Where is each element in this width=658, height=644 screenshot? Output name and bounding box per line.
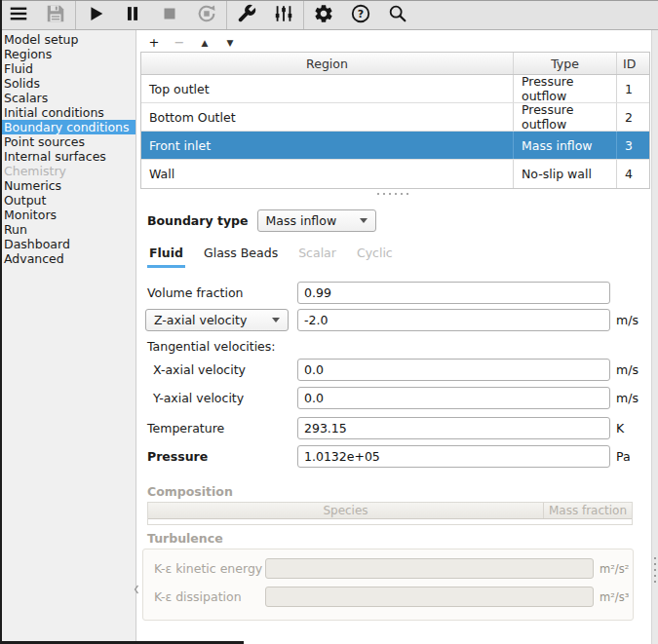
sidebar-item-internal-surfaces[interactable]: Internal surfaces xyxy=(0,149,135,164)
sidebar-item-dashboard[interactable]: Dashboard xyxy=(0,237,135,251)
composition-table: Species Mass fraction xyxy=(147,502,633,525)
column-header-mass-fraction: Mass fraction xyxy=(543,503,632,518)
ke-dissipation-input xyxy=(265,587,594,607)
gear-icon xyxy=(313,3,334,27)
boundary-type-label: Boundary type xyxy=(147,213,249,228)
move-region-down-button[interactable]: ▼ xyxy=(220,34,240,52)
column-header-region: Region xyxy=(141,57,513,71)
temperature-row: Temperature K xyxy=(136,417,650,439)
reset-icon xyxy=(196,3,217,27)
horizontal-splitter-handle[interactable] xyxy=(377,193,410,195)
sidebar-item-numerics[interactable]: Numerics xyxy=(0,178,135,193)
sidebar-item-fluid[interactable]: Fluid xyxy=(0,61,135,76)
y-velocity-input[interactable] xyxy=(297,387,610,409)
boundary-type-value: Mass inflow xyxy=(266,213,337,228)
stop-button xyxy=(151,1,188,29)
sidebar-item-output[interactable]: Output xyxy=(0,193,135,208)
add-region-button[interactable]: + xyxy=(144,34,164,52)
sidebar-item-point-sources[interactable]: Point sources xyxy=(0,134,135,149)
x-velocity-row: X-axial velocity m/s xyxy=(136,359,650,381)
sidebar-item-advanced[interactable]: Advanced xyxy=(0,251,135,266)
chevron-down-icon xyxy=(272,318,280,322)
sidebar-item-run[interactable]: Run xyxy=(0,222,135,237)
turbulence-group: K-ε kinetic energy m²/s² K-ε dissipation… xyxy=(142,549,634,621)
cell-type: Mass inflow xyxy=(513,132,616,159)
move-region-up-button[interactable]: ▲ xyxy=(195,34,214,52)
run-button[interactable] xyxy=(77,1,114,29)
help-icon: ? xyxy=(350,3,371,27)
ke-dissipation-label: K-ε dissipation xyxy=(154,587,242,608)
help-button[interactable]: ? xyxy=(342,1,379,29)
sidebar-item-initial-conditions[interactable]: Initial conditions xyxy=(0,105,135,120)
region-list-toolbar: + − ▲ ▼ xyxy=(144,34,240,52)
toolbar-separator xyxy=(303,1,304,29)
column-header-type: Type xyxy=(513,53,616,74)
save-button xyxy=(37,1,74,29)
navigation-sidebar: Model setup Regions Fluid Solids Scalars… xyxy=(0,30,136,644)
tab-glass-beads[interactable]: Glass Beads xyxy=(202,243,280,268)
stop-icon xyxy=(159,3,180,27)
remove-region-button: − xyxy=(170,34,189,52)
column-header-species: Species xyxy=(148,503,543,518)
axial-velocity-selected: Z-axial velocity xyxy=(154,313,247,327)
search-icon xyxy=(387,3,408,27)
sidebar-item-model-setup[interactable]: Model setup xyxy=(0,32,135,47)
table-row-bottom-outlet[interactable]: Bottom Outlet Pressure outflow 2 xyxy=(141,103,649,132)
cell-id: 1 xyxy=(616,75,649,102)
parameters-button[interactable] xyxy=(265,1,302,29)
sidebar-item-boundary-conditions[interactable]: Boundary conditions xyxy=(0,120,135,134)
ke-kinetic-energy-input xyxy=(265,558,594,579)
chevron-down-icon xyxy=(360,218,368,223)
search-button[interactable] xyxy=(379,1,416,29)
sidebar-item-regions[interactable]: Regions xyxy=(0,47,135,61)
cell-region: Bottom Outlet xyxy=(141,110,513,125)
cell-region: Wall xyxy=(141,167,513,181)
sidebar-item-scalars[interactable]: Scalars xyxy=(0,91,135,105)
build-button[interactable] xyxy=(228,1,265,29)
sidebar-item-solids[interactable]: Solids xyxy=(0,76,135,91)
cell-id: 2 xyxy=(616,103,649,131)
table-row-front-inlet[interactable]: Front inlet Mass inflow 3 xyxy=(141,132,649,160)
volume-fraction-input[interactable] xyxy=(297,282,610,304)
vertical-splitter-handle[interactable] xyxy=(654,557,656,585)
right-splitter-gutter[interactable] xyxy=(651,30,658,644)
pause-icon xyxy=(122,3,143,27)
axial-velocity-input[interactable] xyxy=(297,309,610,331)
x-velocity-unit: m/s xyxy=(616,359,639,381)
pressure-input[interactable] xyxy=(297,445,610,468)
sliders-icon xyxy=(273,3,294,27)
ke-dissipation-unit: m²/s³ xyxy=(600,587,629,608)
menu-button[interactable] xyxy=(0,1,37,29)
temperature-input[interactable] xyxy=(297,417,610,439)
table-row-wall[interactable]: Wall No-slip wall 4 xyxy=(141,160,649,188)
tab-fluid[interactable]: Fluid xyxy=(147,243,185,268)
phase-tabs: Fluid Glass Beads Scalar Cyclic xyxy=(147,243,395,268)
x-velocity-label: X-axial velocity xyxy=(153,359,246,381)
cell-region: Top outlet xyxy=(141,82,513,96)
window-frame-left xyxy=(0,0,2,644)
sidebar-collapse-handle[interactable] xyxy=(133,583,140,596)
hamburger-menu-icon xyxy=(8,3,29,27)
boundary-type-dropdown[interactable]: Mass inflow xyxy=(257,209,376,232)
wrench-icon xyxy=(236,3,257,27)
ke-kinetic-energy-unit: m²/s² xyxy=(600,558,629,580)
y-velocity-row: Y-axial velocity m/s xyxy=(136,387,650,409)
app-window: ? Model setup Regions Fluid Solids Scala… xyxy=(0,0,658,644)
boundary-conditions-pane: + − ▲ ▼ Region Type ID Top outlet Pressu… xyxy=(136,30,651,644)
x-velocity-input[interactable] xyxy=(297,359,610,381)
turbulence-heading: Turbulence xyxy=(147,531,223,546)
cell-type: Pressure outflow xyxy=(513,103,616,131)
pressure-label: Pressure xyxy=(147,445,208,468)
pause-button[interactable] xyxy=(114,1,151,29)
settings-button[interactable] xyxy=(305,1,342,29)
toolbar-separator xyxy=(75,1,76,29)
cell-type: Pressure outflow xyxy=(513,75,616,102)
table-row-top-outlet[interactable]: Top outlet Pressure outflow 1 xyxy=(141,75,649,103)
cell-region: Front inlet xyxy=(141,138,513,153)
tangential-velocities-label: Tangential velocities: xyxy=(147,339,276,355)
temperature-label: Temperature xyxy=(147,417,224,439)
cell-id: 3 xyxy=(616,132,649,159)
sidebar-item-monitors[interactable]: Monitors xyxy=(0,208,135,222)
axial-velocity-dropdown[interactable]: Z-axial velocity xyxy=(145,309,289,331)
reset-button xyxy=(188,1,225,29)
